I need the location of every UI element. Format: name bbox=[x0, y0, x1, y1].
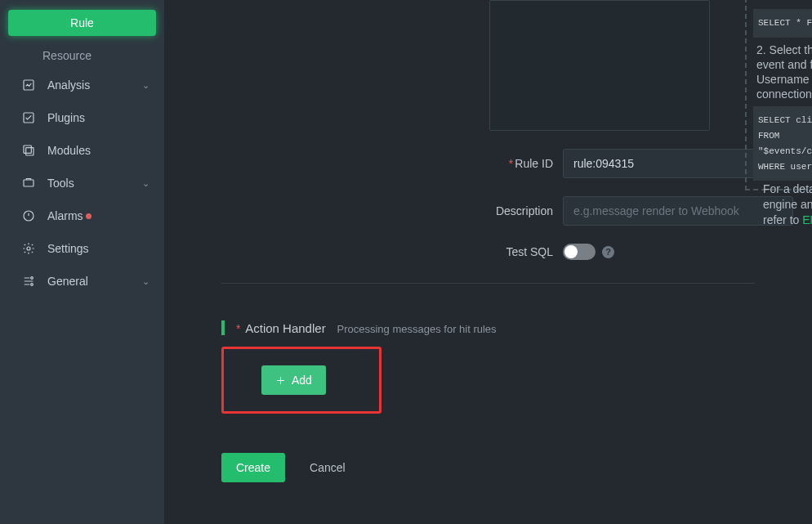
general-icon bbox=[21, 274, 36, 289]
action-add-highlight: Add bbox=[221, 347, 381, 414]
chevron-down-icon: ⌄ bbox=[142, 178, 149, 189]
sidebar: Rule Resource Analysis ⌄ Plugins Modules… bbox=[0, 0, 164, 524]
sidebar-item-label: Plugins bbox=[47, 111, 85, 124]
tools-icon bbox=[21, 176, 36, 190]
action-handler-header: * Action Handler Processing messages for… bbox=[221, 320, 812, 335]
description-input[interactable] bbox=[563, 196, 793, 226]
section-bar bbox=[221, 320, 225, 335]
svg-rect-4 bbox=[24, 180, 33, 186]
svg-rect-2 bbox=[26, 148, 33, 155]
create-button[interactable]: Create bbox=[221, 453, 285, 482]
alarms-icon bbox=[21, 208, 36, 223]
cancel-button[interactable]: Cancel bbox=[310, 461, 346, 474]
rule-button[interactable]: Rule bbox=[8, 10, 156, 36]
sidebar-item-label: Settings bbox=[47, 242, 89, 255]
sidebar-item-tools[interactable]: Tools ⌄ bbox=[0, 167, 164, 199]
chevron-down-icon: ⌄ bbox=[142, 276, 149, 287]
add-action-button[interactable]: Add bbox=[261, 365, 326, 395]
plugins-icon bbox=[21, 110, 36, 125]
sidebar-item-general[interactable]: General ⌄ bbox=[0, 265, 164, 298]
code-block-2: SELECT clientid, connected_at FROM "$eve… bbox=[753, 106, 812, 181]
sidebar-item-label: Analysis bbox=[47, 78, 90, 92]
emqx-doc-link[interactable]: EMQX Documentation bbox=[802, 213, 812, 226]
sidebar-item-label: Alarms bbox=[47, 209, 83, 222]
sidebar-item-label: Modules bbox=[47, 144, 91, 157]
sidebar-item-label: Tools bbox=[47, 177, 74, 190]
sidebar-item-modules[interactable]: Modules bbox=[0, 134, 164, 167]
sidebar-item-analysis[interactable]: Analysis ⌄ bbox=[0, 69, 164, 101]
svg-rect-3 bbox=[24, 146, 31, 153]
sidebar-item-label: General bbox=[47, 275, 88, 288]
sidebar-item-settings[interactable]: Settings bbox=[0, 232, 164, 265]
guide-step2: 2. Select the client connected event and… bbox=[756, 43, 812, 102]
divider bbox=[221, 283, 755, 284]
svg-point-6 bbox=[27, 247, 30, 250]
rule-id-label: *Rule ID bbox=[246, 157, 563, 170]
sidebar-item-alarms[interactable]: Alarms bbox=[0, 199, 164, 232]
test-sql-toggle[interactable] bbox=[563, 244, 596, 260]
alarm-dot-indicator bbox=[86, 213, 91, 219]
modules-icon bbox=[21, 143, 36, 158]
sidebar-item-plugins[interactable]: Plugins bbox=[0, 101, 164, 134]
settings-icon bbox=[21, 241, 36, 256]
svg-point-7 bbox=[31, 277, 33, 280]
code-block-1: SELECT * FROM "t/#" bbox=[753, 9, 812, 38]
chevron-down-icon: ⌄ bbox=[142, 80, 149, 91]
sidebar-item-resource[interactable]: Resource bbox=[0, 43, 164, 69]
guide-panel: SELECT * FROM "t/#" 2. Select the client… bbox=[745, 0, 812, 190]
main-content: *Rule ID Description Test SQL ? bbox=[164, 0, 812, 524]
analysis-icon bbox=[21, 78, 36, 92]
description-label: Description bbox=[246, 204, 563, 217]
test-sql-label: Test SQL bbox=[246, 245, 563, 258]
help-icon[interactable]: ? bbox=[602, 246, 614, 258]
guide-footer: For a detailed tutorial on the rule engi… bbox=[763, 181, 812, 228]
svg-point-8 bbox=[31, 284, 33, 286]
plus-icon bbox=[275, 375, 286, 386]
sql-editor[interactable] bbox=[489, 0, 710, 131]
